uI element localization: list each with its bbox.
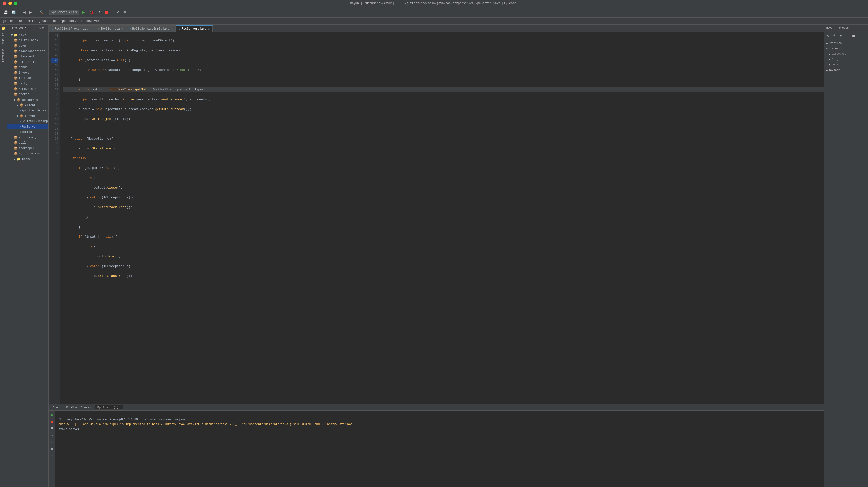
tree-java[interactable]: ▼📁 java	[7, 32, 48, 38]
run-tab-close-1[interactable]: ✕	[90, 406, 92, 409]
down-button[interactable]: ↓	[49, 460, 55, 466]
tab-label-2: IHello.java	[101, 27, 120, 31]
tab-rpcclientproxy[interactable]: J RpcClientProxy.java ✕	[49, 25, 94, 32]
tree-rpcserver[interactable]: ● RpcServer	[7, 124, 48, 129]
step-over-button[interactable]: ↷	[49, 432, 55, 438]
vcs-button[interactable]: ⎇	[114, 9, 121, 15]
maven-refresh[interactable]: ↻	[825, 32, 831, 38]
tree-client[interactable]: ▶📦 client	[7, 102, 48, 108]
save-button[interactable]: 💾	[2, 9, 9, 15]
bc-main[interactable]: main	[28, 20, 35, 23]
tree-cache[interactable]: ▶📁 Cache	[7, 157, 48, 162]
maximize-button[interactable]	[14, 2, 17, 5]
right-panel: Maven Projects ↻ ＋ ▶ ⬇ ☰ ▶ Profiles ▼ gi…	[824, 25, 868, 487]
tab-close-4[interactable]: ✕	[208, 28, 210, 31]
tab-rpcserver[interactable]: J RpcServer.java ✕	[176, 25, 213, 32]
tree-classtest[interactable]: 📦 classtest	[7, 54, 48, 59]
tab-icon-4: J	[179, 28, 180, 30]
run-tab-close-2[interactable]: ✕	[120, 406, 121, 409]
maven-run[interactable]: ▶	[838, 32, 844, 38]
editor-tabs: J RpcClientProxy.java ✕ J IHello.java ✕ …	[49, 25, 824, 32]
maven-add[interactable]: ＋	[832, 32, 837, 38]
tree-server[interactable]: ▼📦 server	[7, 113, 48, 119]
maven-gittest[interactable]: ▼ gittest	[825, 46, 867, 51]
tree-util[interactable]: 📦 util	[7, 140, 48, 145]
tab-icon-3: J	[129, 28, 131, 30]
maven-lifecycle-label: Lifecycle	[832, 53, 846, 56]
back-button[interactable]: ◀	[21, 9, 27, 15]
tree-allrollback[interactable]: 📦 allrollback	[7, 38, 48, 43]
settings-run-button[interactable]: ⚙	[49, 446, 55, 452]
tree-netty[interactable]: 📦 netty	[7, 81, 48, 86]
tree-socketrpc[interactable]: ▼📦 socketrpc	[7, 97, 48, 102]
bc-rpcserver[interactable]: RpcServer	[84, 20, 100, 23]
tab-close-2[interactable]: ✕	[121, 27, 123, 30]
run-button[interactable]: ▶	[80, 8, 87, 16]
run-tab-rpcclientproxy[interactable]: RpcClientProxy ✕	[64, 405, 94, 409]
code-content[interactable]: Object[] arguments = (Object[]) input.re…	[60, 32, 824, 403]
maven-plugins[interactable]: ▶ Plug...	[825, 57, 867, 62]
tree-asyn[interactable]: 📦 asyn	[7, 43, 48, 48]
maven-menu[interactable]: ☰	[850, 32, 857, 38]
bc-socketrpc[interactable]: socketrpc	[50, 20, 65, 23]
tab-close-1[interactable]: ✕	[90, 27, 91, 30]
tree-ihello[interactable]: ◆ IHello	[7, 129, 48, 135]
tree-comthrift[interactable]: 📦 com.thrift	[7, 59, 48, 65]
tree-debug[interactable]: 📦 debug	[7, 65, 48, 70]
maven-profiles-icon: ▶	[826, 42, 828, 45]
stop-button[interactable]: ◼	[103, 9, 110, 15]
maven-javaasm[interactable]: ▶ javaasm	[825, 67, 867, 73]
maven-deps[interactable]: ▶ Depe...	[825, 62, 867, 67]
sync-button[interactable]: 🔄	[10, 9, 17, 15]
sidebar-icon-2[interactable]: ⚙	[42, 26, 44, 29]
pause-button[interactable]: ⏸	[49, 425, 55, 431]
tree-helloserviceimpl[interactable]: ● HelloServiceImpl	[7, 119, 48, 124]
maven-profiles[interactable]: ▶ Profiles	[825, 40, 867, 46]
coverage-button[interactable]: ☂	[96, 9, 102, 15]
left-toolbar: 📁 Structure Favorites	[0, 25, 7, 487]
stop-run-button[interactable]: ◼	[49, 419, 55, 424]
bc-java[interactable]: java	[39, 20, 46, 23]
maven-javaasm-label: javaasm	[829, 69, 840, 72]
tab-ihello[interactable]: J IHello.java ✕	[94, 25, 126, 32]
structure-icon[interactable]: Structure	[1, 32, 5, 47]
editor-area: J RpcClientProxy.java ✕ J IHello.java ✕ …	[49, 25, 824, 487]
sidebar-icon-1[interactable]: ⊕	[39, 26, 41, 29]
tree-meituan[interactable]: 📦 meituan	[7, 75, 48, 81]
sidebar-icon-3[interactable]: —	[45, 26, 46, 29]
build-button[interactable]: 🔨	[38, 9, 45, 15]
tree-zylcoremayun[interactable]: 📦 zyl.core.mayun	[7, 151, 48, 157]
maven-download[interactable]: ⬇	[844, 32, 850, 38]
bottom-tabs: Run: RpcClientProxy ✕ RpcServer (1) ✕	[49, 404, 824, 411]
run-config-selector[interactable]: RpcServer (1) ▼	[49, 9, 79, 15]
tree-zookeeper[interactable]: 📦 zookeeper	[7, 145, 48, 151]
close-button[interactable]	[3, 2, 6, 5]
scroll-end-button[interactable]: ⤓	[49, 439, 55, 445]
bc-gittest[interactable]: gittest	[3, 20, 15, 23]
favorites-icon[interactable]: Favorites	[1, 47, 5, 63]
maven-lifecycle[interactable]: ▶ Lifecycle	[825, 51, 867, 57]
minimize-button[interactable]	[8, 2, 12, 5]
tree-classloadertest[interactable]: 📦 classloadertest	[7, 48, 48, 54]
tree-rpcclientproxy[interactable]: ● RpcClientProxy	[7, 108, 48, 113]
bc-server[interactable]: server	[69, 20, 80, 23]
maven-title: Maven Projects	[826, 27, 848, 29]
project-icon[interactable]: 📁	[0, 26, 6, 31]
settings-button[interactable]: ⚙	[122, 9, 128, 15]
code-editor[interactable]: 44 45 46 47 48 49 50 51 52 53 54 55 56 5…	[49, 32, 824, 403]
restart-button[interactable]: ↻	[49, 412, 55, 418]
maven-deps-icon: ▶	[829, 63, 831, 66]
bottom-panel: Run: RpcClientProxy ✕ RpcServer (1) ✕ ↻ …	[49, 403, 824, 487]
tab-helloserviceimpl[interactable]: J HelloServiceImpl.java ✕	[126, 25, 176, 32]
maven-plugins-label: Plug...	[832, 58, 843, 61]
bc-src[interactable]: src	[19, 20, 25, 23]
forward-button[interactable]: ▶	[28, 9, 34, 15]
debug-button[interactable]: 🐞	[88, 9, 95, 15]
tree-springcopy[interactable]: 📦 springcopy	[7, 135, 48, 140]
run-tab-rpcserver[interactable]: RpcServer (1) ✕	[95, 405, 123, 409]
tree-invoke[interactable]: 📦 invoke	[7, 70, 48, 75]
up-button[interactable]: ↑	[49, 453, 55, 459]
tree-socket[interactable]: 📦 socket	[7, 92, 48, 97]
tab-close-3[interactable]: ✕	[171, 27, 173, 30]
tree-removetask[interactable]: 📦 removetask	[7, 86, 48, 92]
